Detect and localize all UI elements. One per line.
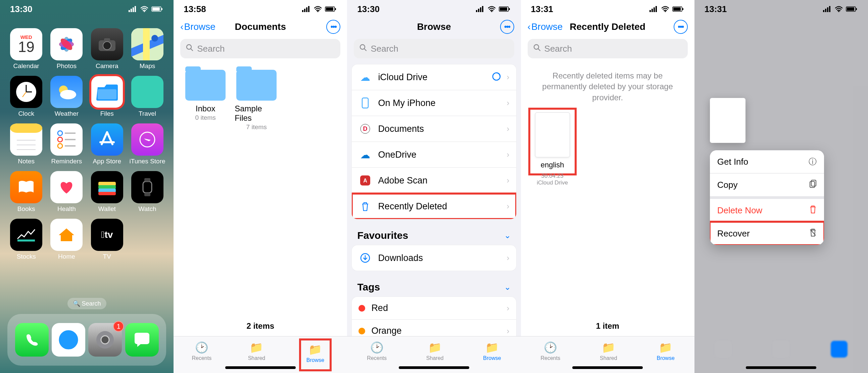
tab-recents[interactable]: 🕑Recents (540, 341, 560, 361)
menu-get-info[interactable]: Get Info ⓘ (710, 150, 824, 173)
app-itunes[interactable]: iTunes Store (129, 124, 166, 165)
app-files[interactable]: Files (88, 76, 126, 117)
more-button[interactable]: ••• (674, 20, 688, 34)
files-icon (91, 76, 123, 108)
more-button[interactable]: ••• (500, 20, 514, 34)
back-button[interactable]: ‹Browse (180, 22, 216, 32)
app-watch[interactable]: Watch (129, 171, 166, 213)
deleted-file-item[interactable]: english 30.04.23 iCloud Drive (532, 111, 572, 186)
menu-recover[interactable]: Recover (710, 222, 824, 245)
location-onedrive[interactable]: ☁ OneDrive › (352, 142, 516, 168)
app-label: Reminders (51, 158, 82, 165)
app-wallet[interactable]: Wallet (88, 171, 126, 213)
app-label: iTunes Store (130, 158, 165, 165)
app-notes[interactable]: Notes (7, 124, 45, 165)
location-recently-deleted[interactable]: Recently Deleted › (352, 194, 516, 219)
tab-recents[interactable]: 🕑Recents (367, 341, 387, 361)
tags-header[interactable]: Tags ⌄ (347, 277, 521, 297)
home-indicator (572, 366, 643, 369)
svg-rect-57 (302, 10, 304, 12)
svg-rect-47 (18, 239, 35, 241)
svg-rect-103 (810, 181, 815, 188)
svg-point-61 (317, 11, 318, 12)
onedrive-icon: ☁ (359, 148, 372, 161)
browse-screen: 13:30 Browse ••• Search ☁ iCloud Drive ›… (347, 0, 521, 373)
tag-red[interactable]: Red › (352, 297, 516, 320)
trash-icon (359, 200, 372, 213)
cellular-icon (476, 6, 485, 12)
chevron-right-icon: › (507, 304, 509, 313)
app-appstore[interactable]: App Store (88, 124, 126, 165)
tab-recents[interactable]: 🕑Recents (192, 341, 212, 361)
app-photos[interactable]: Photos (48, 28, 85, 70)
app-stocks[interactable]: Stocks (7, 219, 45, 260)
status-indicators (476, 6, 511, 12)
app-books[interactable]: Books (7, 171, 45, 213)
app-tv[interactable]: tvTV (88, 219, 126, 260)
navbar: ‹Browse Recently Deleted ••• (521, 18, 694, 37)
app-weather[interactable]: Weather (48, 76, 85, 117)
app-reminders[interactable]: Reminders (48, 124, 85, 165)
location-on-my-iphone[interactable]: On My iPhone › (352, 90, 516, 116)
svg-rect-97 (829, 6, 830, 12)
menu-copy[interactable]: Copy (710, 173, 824, 199)
home-indicator (225, 366, 296, 369)
search-input[interactable]: Search (180, 39, 340, 58)
context-menu-screen: 13:31 Get Info ⓘ Copy Delete Now Recover (694, 0, 868, 373)
tab-shared[interactable]: 📁Shared (600, 341, 617, 361)
app-maps[interactable]: Maps (129, 28, 166, 70)
tab-shared-blur (773, 341, 789, 358)
svg-point-88 (664, 11, 666, 12)
app-clock[interactable]: Clock (7, 76, 45, 117)
location-icloud[interactable]: ☁ iCloud Drive › (352, 64, 516, 90)
status-indicators (129, 6, 163, 12)
folder-inbox[interactable]: Inbox 0 items (184, 70, 227, 131)
app-settings[interactable]: 1 (88, 323, 122, 357)
location-documents[interactable]: D Documents › (352, 116, 516, 142)
back-button[interactable]: ‹Browse (528, 22, 563, 32)
chevron-right-icon: › (507, 176, 509, 185)
chevron-right-icon: › (507, 124, 509, 134)
menu-delete-now[interactable]: Delete Now (710, 199, 824, 222)
svg-point-4 (144, 11, 145, 12)
file-location: iCloud Drive (537, 179, 568, 186)
search-input[interactable]: Search (528, 39, 688, 58)
home-search-pill[interactable]: 🔍 Search (67, 298, 106, 309)
tab-browse[interactable]: 📁Browse (302, 341, 329, 369)
maps-icon (131, 28, 163, 60)
app-health[interactable]: Health (48, 171, 85, 213)
more-button[interactable]: ••• (326, 20, 340, 34)
itunes-icon (131, 124, 163, 156)
folder-icon: 📁 (659, 341, 672, 354)
clock-icon (10, 76, 42, 108)
app-calendar[interactable]: WED19Calendar (7, 28, 45, 70)
chevron-down-icon: ⌄ (504, 282, 511, 292)
favourites-header[interactable]: Favourites ⌄ (347, 226, 521, 245)
chevron-right-icon: › (507, 72, 509, 82)
search-icon (359, 44, 367, 54)
app-label: Calendar (13, 62, 39, 70)
svg-rect-87 (655, 6, 657, 12)
tab-shared[interactable]: 📁Shared (248, 341, 266, 361)
svg-point-56 (101, 336, 109, 344)
tab-browse[interactable]: 📁Browse (483, 341, 501, 361)
photos-icon (50, 28, 83, 60)
app-camera[interactable]: Camera (88, 28, 126, 70)
app-messages[interactable] (125, 323, 159, 357)
svg-rect-6 (152, 7, 160, 11)
folder-sample-files[interactable]: Sample Files 7 items (235, 70, 278, 131)
file-name: english (535, 161, 570, 169)
search-input[interactable]: Search (354, 39, 514, 58)
status-bar: 13:58 (174, 0, 347, 18)
app-travel[interactable]: Travel (129, 76, 166, 117)
app-safari[interactable] (52, 323, 85, 357)
app-phone[interactable] (15, 323, 49, 357)
search-placeholder: Search (197, 44, 224, 54)
tab-shared[interactable]: 📁Shared (426, 341, 444, 361)
app-home[interactable]: Home (48, 219, 85, 260)
fav-downloads[interactable]: Downloads › (352, 245, 516, 271)
svg-point-20 (151, 35, 158, 42)
location-adobe-scan[interactable]: A Adobe Scan › (352, 168, 516, 194)
tab-browse[interactable]: 📁Browse (656, 341, 674, 361)
svg-text:A: A (364, 178, 368, 183)
